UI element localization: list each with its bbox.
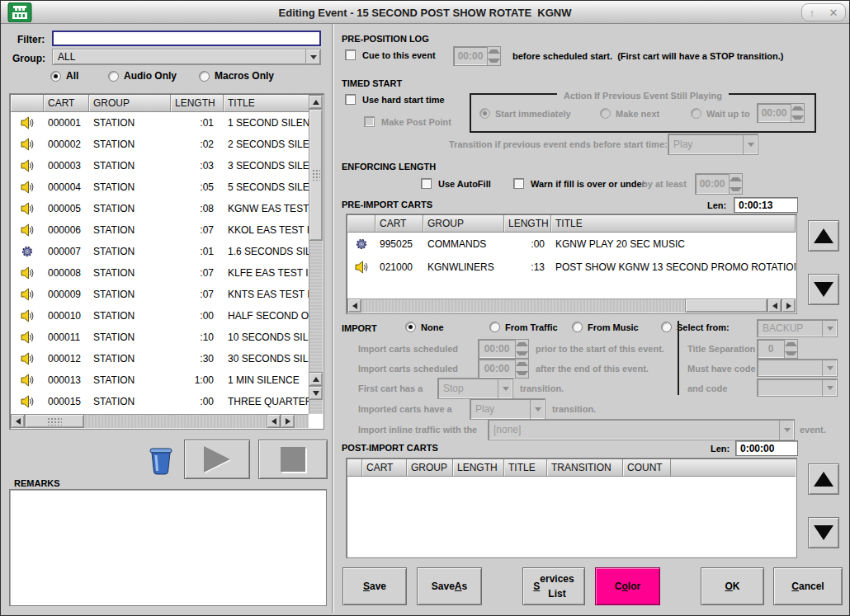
ok-button[interactable]: OK <box>701 567 764 605</box>
column-header[interactable]: LENGTH <box>171 95 224 111</box>
column-header[interactable]: TRANSITION <box>547 459 623 476</box>
radio-all[interactable]: All <box>50 70 78 82</box>
spin-up-icon[interactable] <box>791 104 804 113</box>
pre-import-move-down-button[interactable] <box>808 274 839 305</box>
table-row[interactable]: 000010STATION:00HALF SECOND OF <box>11 305 309 327</box>
spin-down-icon[interactable] <box>785 349 797 358</box>
column-header[interactable]: TITLE <box>224 95 323 111</box>
by-at-least-spinbox[interactable]: 00:00 <box>695 173 743 195</box>
spin-down-icon[interactable] <box>791 113 804 122</box>
cue-offset-spinbox[interactable]: 00:00 <box>453 46 501 66</box>
scroll-up2-icon[interactable] <box>309 372 323 386</box>
clear-trash-button[interactable] <box>146 444 176 476</box>
radio-wait-up-to[interactable]: Wait up to <box>691 108 750 119</box>
scroll-left2-icon[interactable] <box>767 299 782 313</box>
chevron-down-icon[interactable] <box>822 320 837 336</box>
radio-import-none[interactable]: None <box>405 322 444 332</box>
scroll-right-icon[interactable] <box>281 414 295 428</box>
chevron-down-icon[interactable] <box>498 379 512 398</box>
stop-button[interactable] <box>258 440 328 479</box>
shade-icon[interactable]: ↑ <box>810 7 815 18</box>
column-header[interactable] <box>11 95 44 111</box>
hard-start-checkbox[interactable] <box>345 94 356 105</box>
spin-down-icon[interactable] <box>516 349 528 358</box>
spin-up-icon[interactable] <box>488 47 500 56</box>
column-header[interactable]: TITLE <box>551 215 796 232</box>
column-header[interactable]: TITLE <box>504 459 547 476</box>
column-header[interactable]: CART <box>362 459 407 476</box>
column-header[interactable]: LENGTH <box>453 459 504 476</box>
table-row[interactable]: 000004STATION:055 SECONDS SILEN <box>11 176 309 198</box>
post-import-move-up-button[interactable] <box>808 463 839 495</box>
save-button[interactable]: Save <box>342 567 407 605</box>
post-import-move-down-button[interactable] <box>808 517 839 548</box>
scroll-down-icon[interactable] <box>309 386 323 400</box>
column-header[interactable]: COUNT <box>623 459 671 476</box>
color-button[interactable]: Color <box>595 567 660 605</box>
table-row[interactable]: 000015STATION:00THREE QUARTER <box>11 391 309 412</box>
warn-fill-checkbox[interactable] <box>513 178 524 189</box>
chevron-down-icon[interactable] <box>305 49 320 64</box>
radio-start-immediately[interactable]: Start immediately <box>479 108 571 119</box>
scroll-up-icon[interactable] <box>309 95 323 109</box>
remarks-textarea[interactable] <box>9 489 327 606</box>
chevron-down-icon[interactable] <box>822 360 837 376</box>
spin-up-icon[interactable] <box>516 340 528 349</box>
spin-down-icon[interactable] <box>516 369 528 378</box>
column-header[interactable]: LENGTH <box>504 215 551 232</box>
radio-import-traffic[interactable]: From Traffic <box>489 322 558 332</box>
autofill-checkbox[interactable] <box>421 178 432 189</box>
table-row[interactable]: 995025COMMANDS:00KGNW PLAY 20 SEC MUSIC <box>347 233 796 256</box>
play-button[interactable] <box>184 440 250 479</box>
table-row[interactable]: 000008STATION:07KLFE EAS TEST IN <box>11 262 309 284</box>
wait-time-spinbox[interactable]: 00:00 <box>757 103 805 123</box>
title-separation-spinbox[interactable]: 0 <box>757 339 798 359</box>
table-row[interactable]: 000006STATION:07KKOL EAS TEST IN <box>11 219 309 241</box>
chevron-down-icon[interactable] <box>530 399 545 419</box>
radio-macros-only[interactable]: Macros Only <box>199 70 274 82</box>
column-header[interactable]: GROUP <box>423 215 504 232</box>
column-header[interactable] <box>347 459 362 476</box>
sched-after-spinbox[interactable]: 00:00 <box>478 359 529 379</box>
select-from-select[interactable]: BACKUP <box>757 319 838 337</box>
table-row[interactable]: 000011STATION:1010 SECONDS SILE <box>11 327 309 348</box>
spin-up-icon[interactable] <box>785 340 797 349</box>
column-header[interactable]: CART <box>44 95 89 111</box>
table-row[interactable]: 021000KGNWLINERS:13POST SHOW KGNW 13 SEC… <box>347 256 796 279</box>
column-header[interactable]: GROUP <box>407 459 453 476</box>
transition-before-select[interactable]: Play <box>668 134 758 155</box>
imported-carts-transition-select[interactable]: Play <box>470 398 545 420</box>
radio-import-select-from[interactable]: Select from: <box>661 322 730 332</box>
scroll-left-icon[interactable] <box>11 414 25 428</box>
scroll-left-icon[interactable] <box>347 299 361 313</box>
spin-up-icon[interactable] <box>730 174 742 184</box>
spin-down-icon[interactable] <box>488 56 500 65</box>
scroll-left2-icon[interactable] <box>267 414 281 428</box>
filter-input[interactable] <box>52 31 321 46</box>
column-header[interactable] <box>347 215 375 232</box>
save-as-button[interactable]: Save As <box>417 567 482 605</box>
cue-to-event-checkbox[interactable] <box>345 49 356 60</box>
chevron-down-icon[interactable] <box>779 420 794 440</box>
group-select[interactable]: ALL <box>52 49 321 65</box>
column-header[interactable]: GROUP <box>89 95 171 111</box>
post-point-checkbox[interactable] <box>364 116 375 127</box>
spin-down-icon[interactable] <box>730 184 742 194</box>
cancel-button[interactable]: Cancel <box>773 567 843 605</box>
and-code-select[interactable] <box>757 379 838 397</box>
scroll-right-icon[interactable] <box>782 299 796 313</box>
table-row[interactable]: 000003STATION:033 SECONDS SILEN <box>11 155 309 176</box>
radio-import-music[interactable]: From Music <box>572 322 639 332</box>
inline-traffic-select[interactable]: [none] <box>488 419 795 440</box>
pre-import-move-up-button[interactable] <box>808 220 839 252</box>
table-row[interactable]: 000002STATION:022 SECONDS SILEN <box>11 134 309 155</box>
pre-import-hthumb[interactable] <box>685 299 767 313</box>
table-row[interactable]: 000012STATION:3030 SECONDS SILE <box>11 348 309 369</box>
chevron-down-icon[interactable] <box>822 379 837 396</box>
table-row[interactable]: 000007STATION:011.6 SECONDS SIL <box>11 241 309 262</box>
radio-make-next[interactable]: Make next <box>600 108 659 119</box>
column-header[interactable]: CART <box>375 215 423 232</box>
table-row[interactable]: 000005STATION:08KGNW EAS TEST <box>11 198 309 219</box>
must-have-code-select[interactable] <box>757 359 838 377</box>
services-list-button[interactable]: Services List <box>522 567 585 605</box>
